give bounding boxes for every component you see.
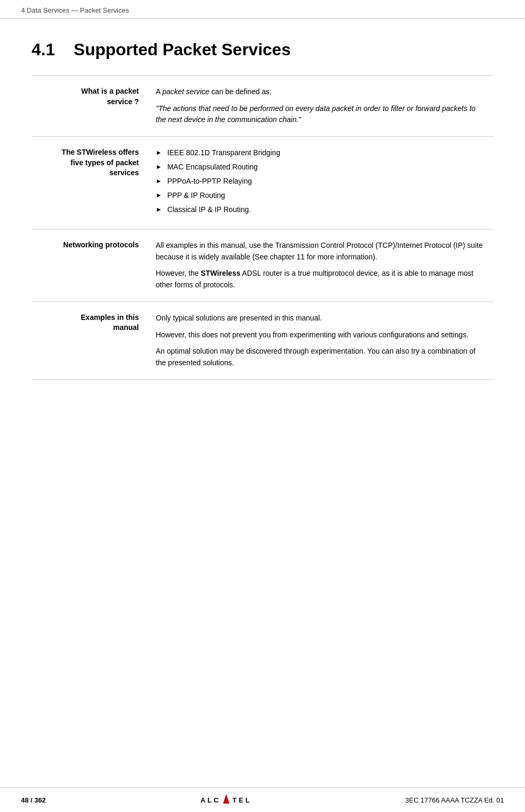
section-row-networking: Networking protocols All examples in thi… <box>32 229 493 302</box>
doc-reference: 3EC 17766 AAAA TCZZA Ed. 01 <box>405 796 504 804</box>
list-item-pppoa: ► PPPoA-to-PPTP Relaying <box>156 176 485 187</box>
list-item-ieee-text: IEEE 802.1D Transparent Bridging <box>167 147 280 158</box>
section-label-networking: Networking protocols <box>32 229 147 302</box>
section-label-examples: Examples in thismanual <box>32 302 147 379</box>
packet-service-quote: "The actions that need to be performed o… <box>156 104 476 124</box>
examples-para-1: Only typical solutions are presented in … <box>156 313 485 324</box>
alcatel-logo-container: A L C T E L <box>200 794 250 806</box>
list-item-mac-text: MAC Encapsulated Routing <box>167 162 258 173</box>
packet-service-term: packet service <box>162 87 209 96</box>
examples-para-2: However, this does not prevent you from … <box>156 329 485 341</box>
list-item-classical-text: Classical IP & IP Routing. <box>167 204 251 215</box>
stwireless-bold: STWireless <box>201 269 240 277</box>
logo-divider-left <box>223 794 229 806</box>
alcatel-logo: A L C T E L <box>200 794 250 806</box>
list-item-ppp: ► PPP & IP Routing <box>156 190 485 201</box>
packet-service-definition: "The actions that need to be performed o… <box>156 103 485 126</box>
examples-para-3: An optimal solution may be discovered th… <box>156 346 485 368</box>
svg-marker-0 <box>223 794 229 804</box>
packet-services-list: ► IEEE 802.1D Transparent Bridging ► MAC… <box>156 147 485 215</box>
section-content-what-is-packet: A packet service can be defined as: "The… <box>147 76 493 137</box>
section-row-end <box>32 379 493 380</box>
section-row-examples: Examples in thismanual Only typical solu… <box>32 302 493 379</box>
section-content-five-types: ► IEEE 802.1D Transparent Bridging ► MAC… <box>147 137 493 229</box>
section-content-networking: All examples in this manual, use the Tra… <box>147 229 493 302</box>
header-text: 4 Data Services — Packet Services <box>21 6 129 14</box>
section-label-five-types: The STWireless offersfive types of packe… <box>32 137 147 229</box>
logo-letter-e: E <box>239 796 245 804</box>
chapter-title: 4.1 Supported Packet Services <box>32 40 493 59</box>
bullet-arrow-icon: ► <box>156 176 162 186</box>
section-end-border <box>32 379 493 380</box>
alcatel-triangle-icon <box>223 794 229 804</box>
section-label-what-is-packet: What is a packetservice ? <box>32 76 147 137</box>
page-content: 4.1 Supported Packet Services What is a … <box>0 19 525 423</box>
list-item-pppoa-text: PPPoA-to-PPTP Relaying <box>167 176 252 187</box>
section-content-examples: Only typical solutions are presented in … <box>147 302 493 379</box>
bullet-arrow-icon: ► <box>156 148 162 157</box>
list-item-ppp-text: PPP & IP Routing <box>167 190 225 201</box>
logo-letter-c: C <box>214 796 219 804</box>
bullet-arrow-icon: ► <box>156 205 162 214</box>
logo-letter-a: A <box>200 796 206 804</box>
networking-para-1: All examples in this manual, use the Tra… <box>156 240 485 263</box>
section-row-five-types: The STWireless offersfive types of packe… <box>32 137 493 229</box>
logo-letter-t: T <box>233 796 238 804</box>
packet-service-intro: A packet service can be defined as: <box>156 86 485 98</box>
section-row-what-is-packet: What is a packetservice ? A packet servi… <box>32 76 493 137</box>
bullet-arrow-icon: ► <box>156 191 162 200</box>
logo-letter-l: L <box>207 796 213 804</box>
networking-para-2: However, the STWireless ADSL router is a… <box>156 268 485 290</box>
page-number: 48 / 362 <box>21 796 46 804</box>
page-footer: 48 / 362 A L C T E L 3EC 17766 AAAA TCZZ… <box>0 787 525 812</box>
bullet-arrow-icon: ► <box>156 162 162 172</box>
list-item-mac: ► MAC Encapsulated Routing <box>156 162 485 173</box>
list-item-classical: ► Classical IP & IP Routing. <box>156 204 485 215</box>
page-header: 4 Data Services — Packet Services <box>0 0 525 19</box>
logo-letter-l2: L <box>245 796 250 804</box>
list-item-ieee: ► IEEE 802.1D Transparent Bridging <box>156 147 485 158</box>
content-table: What is a packetservice ? A packet servi… <box>32 75 493 380</box>
